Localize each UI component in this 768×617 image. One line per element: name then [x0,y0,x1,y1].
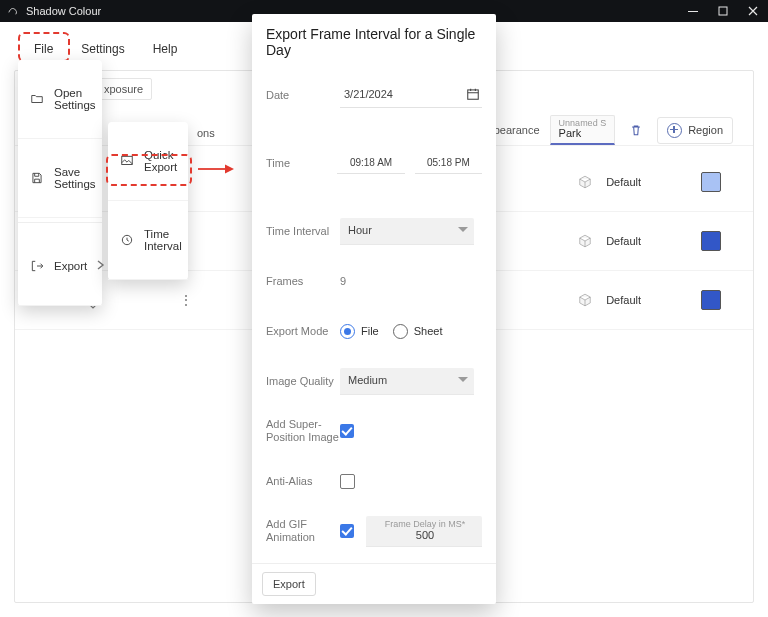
row-name: Default [606,176,641,188]
clock-icon [120,233,134,247]
export-submenu: Quick Export Time Interval [108,122,188,280]
calendar-icon[interactable] [466,87,480,101]
row-name: Default [606,294,641,306]
quality-label: Image Quality [266,375,340,387]
cube-icon [578,175,592,189]
radio-label: Sheet [414,325,443,337]
exposure-chip[interactable]: xposure [95,78,152,100]
submenu-time-interval[interactable]: Time Interval [108,201,188,280]
interval-value: Hour [348,224,372,236]
submenu-label: Time Interval [144,228,182,252]
menu-file[interactable]: File [30,40,57,58]
checkbox-antialias[interactable] [340,474,355,489]
panel-title: Export Frame Interval for a Single Day [266,26,482,58]
radio-dot-icon [393,324,408,339]
save-icon [30,171,44,185]
window-title: Shadow Colour [26,5,101,17]
menu-item-export[interactable]: Export [18,227,102,306]
radio-file[interactable]: File [340,324,379,339]
superpos-row: Add Super-Position Image [252,406,496,456]
antialias-label: Anti-Alias [266,475,340,487]
svg-rect-0 [688,11,698,12]
mode-row: Export Mode File Sheet [252,306,496,356]
gif-delay-title: Frame Delay in MS* [385,519,466,529]
row-menu[interactable]: ⋮ [179,298,193,302]
submenu-label: Quick Export [144,149,177,173]
menu-help[interactable]: Help [149,40,182,58]
color-swatch[interactable] [701,290,721,310]
chevron-down-icon [458,227,468,232]
svg-rect-1 [719,7,727,15]
color-swatch[interactable] [701,231,721,251]
export-button-label: Export [273,578,305,590]
menu-item-label: Export [54,260,87,272]
gif-delay-value: 500 [416,529,434,541]
interval-select[interactable]: Hour [340,218,474,245]
quality-row: Image Quality Medium [252,356,496,406]
color-swatch[interactable] [701,172,721,192]
superpos-label: Add Super-Position Image [266,418,340,444]
interval-label: Time Interval [266,225,340,237]
minimize-button[interactable] [678,0,708,22]
date-row: Date 3/21/2024 [252,70,496,120]
frames-label: Frames [266,275,340,287]
frames-value: 9 [340,275,346,287]
antialias-row: Anti-Alias [252,456,496,506]
region-label: Region [688,124,723,136]
window-controls [678,0,768,22]
tab-partial[interactable]: ons [193,121,219,145]
close-button[interactable] [738,0,768,22]
date-value: 3/21/2024 [344,88,393,100]
frames-row: Frames 9 [252,256,496,306]
svg-rect-6 [468,89,479,98]
checkbox-gif[interactable] [340,524,354,538]
interval-row: Time Interval Hour [252,206,496,256]
image-icon [120,154,134,168]
delete-button[interactable] [625,119,647,141]
time-label: Time [266,157,337,169]
menubar: File Settings Help [8,40,181,58]
cube-icon [578,234,592,248]
unnamed-value: Park [559,128,607,139]
svg-rect-2 [122,156,133,164]
shadow-row: Shadow AreaCalculation [252,556,496,563]
checkbox-superpos[interactable] [340,424,354,438]
menu-item-label: Save Settings [54,166,96,190]
time-start-field[interactable]: 09:18 AM [337,153,404,174]
app-icon [6,4,20,18]
gif-delay-field[interactable]: Frame Delay in MS* 500 [366,516,482,547]
selected-region-tab[interactable]: Unnamed S Park [550,115,616,145]
quality-value: Medium [348,374,387,386]
export-icon [30,259,44,273]
gif-row: Add GIFAnimation Frame Delay in MS* 500 [252,506,496,556]
add-region-button[interactable]: Region [657,117,733,144]
maximize-button[interactable] [708,0,738,22]
chevron-down-icon [458,377,468,382]
right-controls: Appearance Unnamed S Park Region [480,115,733,145]
time-row: Time 09:18 AM 05:18 PM [252,138,496,188]
quality-select[interactable]: Medium [340,368,474,395]
row-name: Default [606,235,641,247]
export-button[interactable]: Export [262,572,316,596]
menu-settings[interactable]: Settings [77,40,128,58]
file-menu: Open Settings Save Settings Export [18,60,102,306]
chevron-right-icon [97,260,105,272]
menu-item-save-settings[interactable]: Save Settings [18,139,102,218]
menu-item-open-settings[interactable]: Open Settings [18,60,102,139]
mode-label: Export Mode [266,325,340,337]
menu-separator [18,222,102,223]
menu-item-label: Open Settings [54,87,96,111]
radio-sheet[interactable]: Sheet [393,324,443,339]
export-form: Date 3/21/2024 Time 09:18 AM 05:18 PM Ti… [252,70,496,563]
submenu-quick-export[interactable]: Quick Export [108,122,188,201]
cube-icon [578,293,592,307]
folder-open-icon [30,92,44,106]
radio-label: File [361,325,379,337]
radio-dot-icon [340,324,355,339]
plus-icon [667,123,682,138]
export-panel: Export Frame Interval for a Single Day D… [252,14,496,604]
gif-label: Add GIFAnimation [266,518,340,544]
date-field[interactable]: 3/21/2024 [340,83,482,108]
time-end-field[interactable]: 05:18 PM [415,153,482,174]
date-label: Date [266,89,340,101]
